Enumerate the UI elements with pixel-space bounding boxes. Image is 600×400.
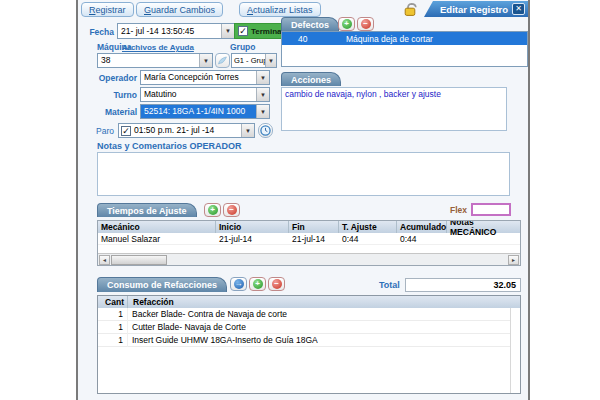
operador-label: Operador bbox=[78, 73, 137, 83]
col-inicio: Inicio bbox=[216, 221, 289, 233]
tiempos-add-button[interactable]: + bbox=[204, 203, 221, 217]
tab-title: Editar Registro bbox=[440, 4, 508, 15]
paro-label: Paro bbox=[78, 126, 114, 136]
grupo-label: Grupo bbox=[230, 42, 256, 52]
defectos-remove-button[interactable]: − bbox=[357, 17, 374, 31]
unlock-padlock-icon[interactable] bbox=[402, 2, 419, 16]
minus-icon: − bbox=[227, 205, 237, 215]
cell-refaccion: Insert Guide UHMW 18GA-Inserto de Guía 1… bbox=[128, 335, 318, 345]
cell-mecanico: Manuel Salazar bbox=[98, 233, 216, 245]
feather-icon bbox=[217, 55, 228, 66]
chevron-down-icon[interactable]: ▼ bbox=[256, 88, 269, 101]
defecto-desc: Máquina deja de cortar bbox=[346, 34, 433, 44]
refacciones-remove-button[interactable]: − bbox=[268, 277, 285, 291]
cell-fin: 21-jul-14 bbox=[289, 233, 339, 245]
paro-checkbox[interactable]: ✓ bbox=[121, 126, 131, 136]
cell-notas bbox=[447, 233, 520, 245]
chevron-down-icon[interactable]: ▼ bbox=[265, 54, 276, 67]
fecha-label: Fecha bbox=[78, 27, 114, 37]
maquina-combobox[interactable]: 38 ▼ bbox=[97, 53, 213, 68]
cell-refaccion: Cutter Blade- Navaja de Corte bbox=[128, 322, 246, 332]
registrar-label: Registrar bbox=[89, 5, 126, 15]
col-cant: Cant bbox=[98, 296, 128, 308]
chevron-down-icon[interactable]: ▼ bbox=[241, 124, 254, 137]
guardar-cambios-button[interactable]: Guardar Cambios bbox=[136, 2, 223, 17]
tiempos-header-row: Mecánico Inicio Fin T. Ajuste Acumulado … bbox=[98, 221, 520, 233]
minus-icon: − bbox=[361, 19, 371, 29]
archivos-ayuda-link[interactable]: Archivos de Ayuda bbox=[122, 43, 194, 52]
chevron-down-icon[interactable]: ▼ bbox=[221, 24, 234, 38]
tiempos-remove-button[interactable]: − bbox=[223, 203, 240, 217]
refacciones-rows: 1 Backer Blade- Contra de Navaja de cort… bbox=[98, 308, 511, 393]
material-value: 52514: 18GA 1-1/4IN 1000 bbox=[141, 105, 256, 118]
cell-acumulado: 0:44 bbox=[397, 233, 447, 245]
minus-icon: − bbox=[272, 279, 282, 289]
defectos-panel-header: Defectos bbox=[281, 17, 339, 31]
defectos-row-selected[interactable]: 40 Máquina deja de cortar bbox=[282, 32, 527, 45]
tiempos-row[interactable]: Manuel Salazar 21-jul-14 21-jul-14 0:44 … bbox=[98, 233, 520, 245]
grupo-combobox[interactable]: G1 - Grupo 1 ▼ bbox=[231, 53, 277, 68]
help-feather-button[interactable] bbox=[215, 53, 230, 68]
scroll-left-icon[interactable]: ◄ bbox=[99, 255, 110, 265]
fecha-value: 21- jul -14 13:50:45 bbox=[118, 25, 221, 38]
cell-cant: 1 bbox=[98, 334, 128, 347]
refaccion-row[interactable]: 1 Backer Blade- Contra de Navaja de cort… bbox=[98, 308, 510, 321]
cell-refaccion: Backer Blade- Contra de Navaja de corte bbox=[128, 309, 287, 319]
col-mecanico: Mecánico bbox=[98, 221, 216, 233]
actualizar-label: Actualizar Listas bbox=[247, 5, 313, 15]
chevron-down-icon[interactable]: ▼ bbox=[256, 71, 269, 84]
clock-button[interactable] bbox=[258, 123, 273, 138]
cell-inicio: 21-jul-14 bbox=[216, 233, 289, 245]
defecto-code: 40 bbox=[282, 34, 346, 44]
arrow-right-icon: → bbox=[234, 279, 244, 289]
horizontal-scrollbar[interactable]: ◄ ► bbox=[98, 253, 520, 265]
refaccion-row[interactable]: 1 Insert Guide UHMW 18GA-Inserto de Guía… bbox=[98, 334, 510, 347]
editar-registro-window: Registrar Guardar Cambios Actualizar Lis… bbox=[76, 0, 530, 400]
registrar-button[interactable]: Registrar bbox=[81, 2, 134, 17]
scrollbar-thumb[interactable] bbox=[111, 255, 167, 265]
operador-value: María Concepción Torres bbox=[141, 71, 256, 84]
tab-editar-registro[interactable]: Editar Registro ✕ bbox=[424, 1, 528, 17]
paro-value: 01:50 p.m. 21- jul -14 bbox=[131, 124, 241, 137]
refacciones-table: Cant Refacción 1 Backer Blade- Contra de… bbox=[97, 295, 521, 394]
operador-combobox[interactable]: María Concepción Torres ▼ bbox=[140, 70, 270, 85]
chevron-down-icon[interactable]: ▼ bbox=[256, 105, 269, 118]
actualizar-listas-button[interactable]: Actualizar Listas bbox=[239, 2, 321, 17]
flex-label: Flex bbox=[450, 205, 467, 215]
notas-operador-textarea[interactable] bbox=[97, 152, 510, 196]
refacciones-header-row: Cant Refacción bbox=[98, 296, 520, 308]
plus-icon: + bbox=[342, 19, 352, 29]
close-icon[interactable]: ✕ bbox=[512, 3, 525, 15]
turno-value: Matutino bbox=[141, 88, 256, 101]
cell-cant: 1 bbox=[98, 321, 128, 334]
tiempos-table: Mecánico Inicio Fin T. Ajuste Acumulado … bbox=[97, 220, 521, 266]
total-value: 32.05 bbox=[405, 278, 521, 292]
notas-operador-label: Notas y Comentarios OPERADOR bbox=[97, 141, 242, 151]
col-acumulado: Acumulado bbox=[397, 221, 447, 233]
paro-combobox[interactable]: ✓ 01:50 p.m. 21- jul -14 ▼ bbox=[118, 123, 255, 138]
fecha-combobox[interactable]: 21- jul -14 13:50:45 ▼ bbox=[117, 23, 235, 39]
refaccion-row[interactable]: 1 Cutter Blade- Navaja de Corte bbox=[98, 321, 510, 334]
scroll-right-icon[interactable]: ► bbox=[508, 255, 519, 265]
chevron-down-icon[interactable]: ▼ bbox=[199, 54, 212, 67]
col-refaccion: Refacción bbox=[128, 296, 520, 308]
refacciones-panel-header: Consumo de Refacciones bbox=[97, 277, 227, 292]
cell-t-ajuste: 0:44 bbox=[339, 233, 397, 245]
col-t-ajuste: T. Ajuste bbox=[339, 221, 397, 233]
maquina-value: 38 bbox=[98, 54, 199, 67]
flex-input[interactable] bbox=[471, 203, 511, 216]
grupo-value: G1 - Grupo 1 bbox=[232, 54, 265, 67]
turno-combobox[interactable]: Matutino ▼ bbox=[140, 87, 270, 102]
cell-cant: 1 bbox=[98, 308, 128, 321]
material-combobox[interactable]: 52514: 18GA 1-1/4IN 1000 ▼ bbox=[140, 104, 270, 119]
acciones-textarea[interactable]: cambio de navaja, nylon , backer y ajust… bbox=[281, 87, 507, 131]
refacciones-transfer-button[interactable]: → bbox=[230, 277, 247, 291]
defectos-add-button[interactable]: + bbox=[338, 17, 355, 31]
terminado-checkbox[interactable]: ✓ bbox=[238, 26, 248, 36]
guardar-label: Guardar Cambios bbox=[144, 5, 215, 15]
plus-icon: + bbox=[208, 205, 218, 215]
col-fin: Fin bbox=[289, 221, 339, 233]
turno-label: Turno bbox=[78, 90, 137, 100]
refacciones-add-button[interactable]: + bbox=[249, 277, 266, 291]
col-notas-mecanico: Notas MECÁNICO bbox=[447, 221, 520, 233]
